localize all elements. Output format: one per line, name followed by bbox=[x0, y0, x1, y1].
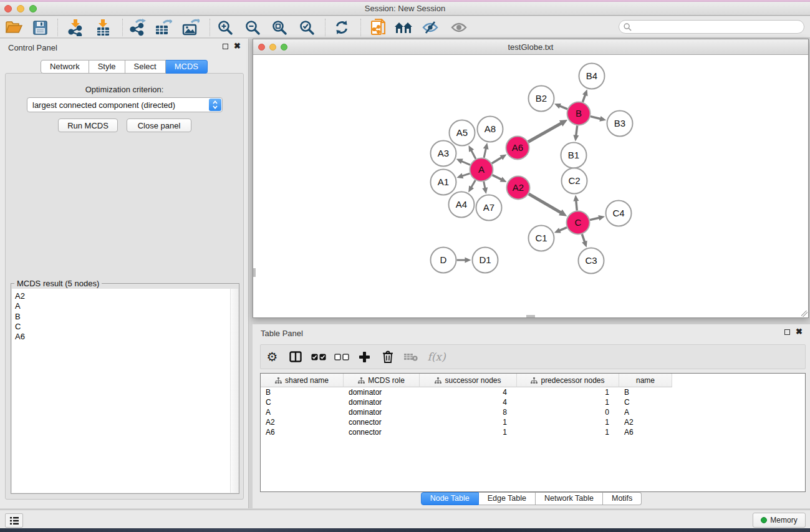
horizontal-scroll-nub[interactable] bbox=[526, 315, 535, 317]
graph-edge-A-A3[interactable] bbox=[461, 161, 470, 165]
table-row[interactable]: Bdominator41B bbox=[261, 387, 805, 397]
float-panel-icon[interactable] bbox=[223, 44, 228, 49]
search-field[interactable] bbox=[619, 20, 804, 34]
graph-edge-A-A2[interactable] bbox=[493, 175, 503, 180]
node-table[interactable]: shared nameMCDS rolesuccessor nodesprede… bbox=[260, 373, 806, 492]
tab-node-table[interactable]: Node Table bbox=[421, 492, 479, 505]
app-titlebar: Session: New Session bbox=[0, 2, 810, 16]
zoom-out-button[interactable] bbox=[241, 18, 264, 37]
column-header-predecessor-nodes[interactable]: predecessor nodes bbox=[517, 374, 619, 387]
network-window-title: testGlobe.txt bbox=[253, 42, 808, 52]
tab-motifs[interactable]: Motifs bbox=[603, 492, 642, 505]
graph-edge-A-A6[interactable] bbox=[492, 157, 503, 163]
refresh-button[interactable] bbox=[330, 18, 354, 37]
graph-edge-A-A5[interactable] bbox=[471, 150, 476, 159]
attribute-tree-icon bbox=[275, 377, 282, 384]
vertical-scroll-nub[interactable] bbox=[253, 268, 256, 277]
graph-node-label-C3: C3 bbox=[585, 255, 597, 266]
network-window-titlebar[interactable]: testGlobe.txt bbox=[253, 39, 808, 55]
export-image-button[interactable] bbox=[179, 18, 203, 37]
import-network-button[interactable] bbox=[64, 18, 87, 37]
import-network-icon bbox=[67, 19, 84, 36]
criterion-dropdown[interactable]: largest connected component (directed) bbox=[27, 97, 223, 112]
table-settings-button[interactable]: ⚙ bbox=[261, 346, 284, 367]
show-all-button[interactable] bbox=[447, 18, 471, 37]
zoom-in-button[interactable] bbox=[213, 18, 237, 37]
tab-network-table[interactable]: Network Table bbox=[536, 492, 603, 505]
tab-edge-table[interactable]: Edge Table bbox=[479, 492, 536, 505]
table-cell: 1 bbox=[517, 397, 619, 407]
mcds-result-item[interactable]: A bbox=[12, 301, 238, 311]
save-icon bbox=[33, 21, 47, 35]
tab-style[interactable]: Style bbox=[89, 60, 125, 74]
save-session-button[interactable] bbox=[28, 18, 52, 37]
search-input[interactable] bbox=[634, 21, 804, 32]
column-layout-button[interactable] bbox=[284, 346, 307, 367]
close-panel-button[interactable]: Close panel bbox=[127, 118, 191, 132]
main-toolbar bbox=[0, 16, 810, 38]
table-row[interactable]: A2connector11A2 bbox=[261, 417, 805, 427]
mcds-result-list[interactable]: A2ABCA6 bbox=[12, 289, 238, 493]
tab-network[interactable]: Network bbox=[41, 60, 89, 74]
network-canvas[interactable]: B4B2BB3A8A5A6A3B1AC2A1A2A4A7C4CC1DD1C3 bbox=[253, 55, 808, 317]
toolbar-separator bbox=[122, 19, 123, 36]
chevron-up-down-icon bbox=[212, 100, 218, 109]
graph-edge-A6-B[interactable] bbox=[528, 122, 562, 142]
tab-mcds[interactable]: MCDS bbox=[166, 60, 208, 74]
table-row[interactable]: Adominator80A bbox=[261, 407, 805, 417]
float-table-panel-icon[interactable] bbox=[784, 329, 790, 335]
mcds-result-item[interactable]: A6 bbox=[12, 332, 238, 342]
graph-node-label-A6: A6 bbox=[512, 142, 523, 153]
close-table-panel-icon[interactable]: ✖ bbox=[796, 329, 803, 335]
graph-edge-C-C4[interactable] bbox=[590, 218, 600, 220]
dropdown-spinner-icon[interactable] bbox=[209, 99, 221, 111]
open-file-button[interactable] bbox=[2, 18, 26, 37]
export-table-button[interactable] bbox=[152, 18, 175, 37]
memory-button[interactable]: Memory bbox=[753, 513, 806, 528]
add-column-button[interactable] bbox=[353, 346, 376, 367]
close-panel-icon[interactable]: ✖ bbox=[234, 43, 241, 49]
open-folder-icon bbox=[5, 21, 22, 34]
unchecked-boxes-icon bbox=[334, 354, 349, 360]
select-all-button[interactable] bbox=[307, 346, 330, 367]
column-header-name[interactable]: name bbox=[619, 374, 672, 387]
mcds-result-item[interactable]: C bbox=[12, 322, 238, 332]
new-network-from-selection-button[interactable] bbox=[367, 18, 390, 37]
trash-icon bbox=[382, 351, 393, 363]
hide-selected-button[interactable] bbox=[418, 18, 442, 37]
graph-edge-arrowhead bbox=[599, 116, 606, 122]
table-cell: 1 bbox=[420, 417, 517, 427]
table-row[interactable]: Cdominator41C bbox=[261, 397, 805, 407]
column-header-shared-name[interactable]: shared name bbox=[261, 374, 344, 387]
resize-grip[interactable] bbox=[801, 311, 808, 317]
export-network-button[interactable] bbox=[125, 18, 149, 37]
column-header-successor-nodes[interactable]: successor nodes bbox=[420, 374, 517, 387]
result-scrollbar[interactable] bbox=[230, 289, 238, 493]
attribute-tree-icon bbox=[531, 377, 538, 384]
mcds-result-item[interactable]: A2 bbox=[12, 291, 238, 301]
zoom-fit-button[interactable] bbox=[268, 18, 291, 37]
column-header-MCDS-role[interactable]: MCDS role bbox=[344, 374, 420, 387]
graph-edge-A-A8[interactable] bbox=[484, 147, 486, 158]
memory-label: Memory bbox=[770, 516, 797, 525]
mcds-result-groupbox: MCDS result (5 nodes) A2ABCA6 bbox=[11, 283, 239, 494]
graph-edge-B-B1[interactable] bbox=[576, 125, 577, 137]
first-neighbors-button[interactable] bbox=[392, 18, 415, 37]
status-log-button[interactable] bbox=[5, 513, 23, 528]
zoom-selected-button[interactable] bbox=[295, 18, 319, 37]
tab-select[interactable]: Select bbox=[125, 60, 166, 74]
run-mcds-button[interactable]: Run MCDS bbox=[58, 118, 118, 132]
deselect-all-button[interactable] bbox=[330, 346, 353, 367]
table-cell: 1 bbox=[420, 427, 517, 437]
import-table-button[interactable] bbox=[91, 18, 115, 37]
table-cell: 4 bbox=[420, 397, 517, 407]
table-row[interactable]: A6connector11A6 bbox=[261, 427, 805, 437]
graph-edge-C-C2[interactable] bbox=[576, 200, 577, 211]
desktop-strip-bottom bbox=[0, 528, 810, 532]
graph-edge-B-B3[interactable] bbox=[591, 117, 602, 119]
mcds-result-item[interactable]: B bbox=[12, 312, 238, 322]
table-cell: dominator bbox=[344, 407, 420, 417]
delete-column-button[interactable] bbox=[376, 346, 399, 367]
graph-node-label-C2: C2 bbox=[568, 175, 580, 186]
graph-edge-A2-C[interactable] bbox=[529, 194, 562, 213]
